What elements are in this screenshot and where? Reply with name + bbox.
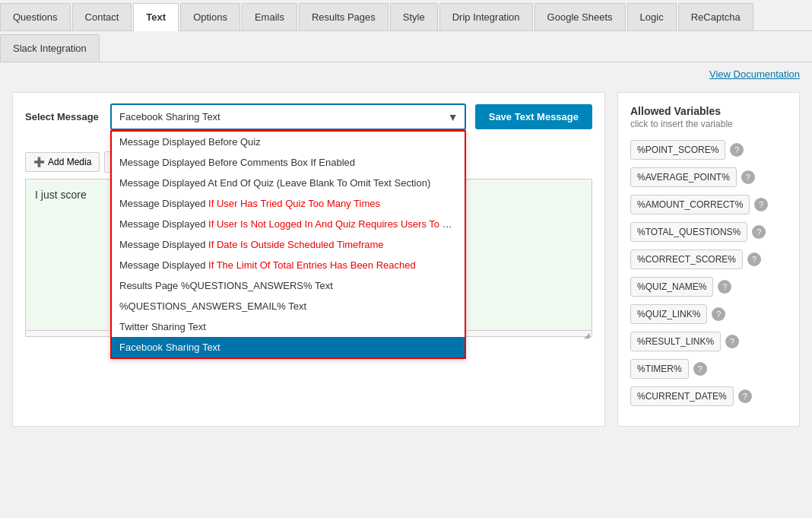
help-icon[interactable]: ? [725, 335, 739, 348]
dropdown-item[interactable]: Results Page %QUESTIONS_ANSWERS% Text [112, 275, 465, 296]
select-message-input[interactable]: Facebook Sharing Text [110, 103, 466, 130]
right-panel: Allowed Variables click to insert the va… [617, 92, 800, 427]
select-message-row: Select Message Facebook Sharing Text ▼ M… [13, 93, 604, 141]
variable-badge[interactable]: %AVERAGE_POINT% [630, 167, 737, 187]
dropdown-item[interactable]: Message Displayed If User Has Tried Quiz… [112, 193, 465, 214]
tab-contact[interactable]: Contact [72, 3, 132, 30]
help-icon[interactable]: ? [693, 362, 707, 376]
dropdown-item[interactable]: %QUESTIONS_ANSWERS_EMAIL% Text [112, 296, 465, 316]
dropdown-item[interactable]: Message Displayed If The Limit Of Total … [112, 255, 465, 275]
add-media-button[interactable]: ➕ Add Media [25, 152, 100, 172]
tab-text[interactable]: Text [133, 3, 179, 31]
variable-badge[interactable]: %TOTAL_QUESTIONS% [630, 222, 747, 242]
dropdown-item[interactable]: Message Displayed Before Comments Box If… [112, 152, 465, 173]
dropdown-menu: Message Displayed Before QuizMessage Dis… [110, 130, 466, 359]
help-icon[interactable]: ? [747, 253, 761, 266]
allowed-variables-panel: Allowed Variables click to insert the va… [617, 92, 800, 427]
tab-slack-integration[interactable]: Slack Integration [0, 34, 100, 62]
tab-logic[interactable]: Logic [627, 3, 677, 30]
variable-badge[interactable]: %CORRECT_SCORE% [630, 249, 743, 269]
add-media-label: Add Media [48, 157, 91, 167]
view-documentation-link[interactable]: View Documentation [709, 68, 800, 80]
plus-icon: ➕ [33, 157, 45, 167]
tab-bar-row1: QuestionsContactTextOptionsEmailsResults… [0, 0, 812, 31]
dropdown-item[interactable]: Message Displayed If User Is Not Logged … [112, 214, 465, 234]
main-area: Select Message Facebook Sharing Text ▼ M… [0, 83, 812, 439]
tab-results-pages[interactable]: Results Pages [299, 3, 389, 30]
allowed-variables-title: Allowed Variables [630, 105, 787, 117]
variable-row: %TIMER%? [630, 359, 787, 379]
variable-row: %QUIZ_LINK%? [630, 304, 787, 324]
dropdown-item[interactable]: Message Displayed If Date Is Outside Sch… [112, 234, 465, 255]
variable-row: %POINT_SCORE%? [630, 140, 787, 160]
variable-row: %CURRENT_DATE%? [630, 386, 787, 406]
help-icon[interactable]: ? [718, 280, 731, 294]
help-icon[interactable]: ? [752, 225, 766, 239]
editor-text: I just score [35, 189, 87, 201]
dropdown-item[interactable]: Message Displayed Before Quiz [112, 132, 465, 152]
variable-badge[interactable]: %RESULT_LINK% [630, 332, 721, 351]
variable-badge[interactable]: %QUIZ_LINK% [630, 304, 707, 324]
help-icon[interactable]: ? [741, 170, 755, 184]
dropdown-item[interactable]: Message Displayed At End Of Quiz (Leave … [112, 173, 465, 193]
tab-drip-integration[interactable]: Drip Integration [439, 3, 533, 30]
view-doc-row: View Documentation [0, 62, 812, 83]
tab-bar-row2: Slack Integration [0, 31, 812, 62]
help-icon[interactable]: ? [738, 389, 752, 403]
tab-style[interactable]: Style [390, 3, 438, 30]
variable-row: %TOTAL_QUESTIONS%? [630, 222, 787, 242]
save-text-message-button[interactable]: Save Text Message [475, 104, 592, 129]
dropdown-item[interactable]: Twitter Sharing Text [112, 316, 465, 337]
allowed-variables-subtitle: click to insert the variable [630, 119, 787, 129]
tab-recaptcha[interactable]: ReCaptcha [678, 3, 753, 30]
tab-emails[interactable]: Emails [242, 3, 297, 30]
variable-row: %CORRECT_SCORE%? [630, 249, 787, 269]
variable-badge[interactable]: %TIMER% [630, 359, 689, 379]
tab-google-sheets[interactable]: Google Sheets [534, 3, 626, 30]
left-panel: Select Message Facebook Sharing Text ▼ M… [12, 92, 605, 427]
variable-badge[interactable]: %QUIZ_NAME% [630, 277, 713, 297]
variable-row: %AMOUNT_CORRECT%? [630, 195, 787, 215]
variable-badge[interactable]: %CURRENT_DATE% [630, 386, 734, 406]
tab-questions[interactable]: Questions [0, 3, 71, 30]
help-icon[interactable]: ? [730, 143, 744, 157]
tab-options[interactable]: Options [180, 3, 240, 30]
dropdown-item[interactable]: Facebook Sharing Text [112, 337, 465, 358]
help-icon[interactable]: ? [712, 307, 725, 321]
variable-badge[interactable]: %AMOUNT_CORRECT% [630, 195, 750, 215]
variable-row: %AVERAGE_POINT%? [630, 167, 787, 187]
variable-row: %QUIZ_NAME%? [630, 277, 787, 297]
variable-row: %RESULT_LINK%? [630, 332, 787, 351]
select-wrapper: Facebook Sharing Text ▼ Message Displaye… [110, 103, 466, 130]
help-icon[interactable]: ? [754, 198, 768, 211]
variable-list: %POINT_SCORE%?%AVERAGE_POINT%?%AMOUNT_CO… [630, 140, 787, 406]
select-message-label: Select Message [25, 111, 101, 122]
variable-badge[interactable]: %POINT_SCORE% [630, 140, 725, 160]
